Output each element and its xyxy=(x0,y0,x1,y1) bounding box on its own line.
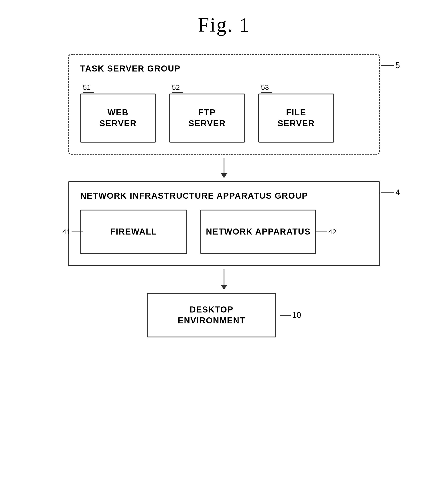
arrow-2 xyxy=(221,285,227,290)
firewall-wrapper: 41 FIREWALL xyxy=(80,210,187,254)
network-apparatus-box: NETWORK APPARATUS xyxy=(200,210,316,254)
task-group-ref-container: 5 xyxy=(381,61,400,70)
web-server-box: WEBSERVER xyxy=(80,94,156,142)
infra-group-ref-container: 4 xyxy=(381,188,400,197)
network-infra-label: NETWORK INFRASTRUCTURE APPARATUS GROUP xyxy=(80,191,368,201)
arrow-1 xyxy=(221,173,227,178)
network-apparatus-wrapper: NETWORK APPARATUS 42 xyxy=(200,210,316,254)
network-apparatus-ref-container: 42 xyxy=(316,228,336,236)
task-server-section: TASK SERVER GROUP 51 WEBSERVER xyxy=(46,54,402,155)
file-server-box: FILESERVER xyxy=(258,94,334,142)
network-infra-group: NETWORK INFRASTRUCTURE APPARATUS GROUP 4… xyxy=(68,181,380,266)
ftp-server-label: FTPSERVER xyxy=(188,107,226,129)
web-server-wrapper: 51 WEBSERVER xyxy=(80,94,156,142)
figure-title: Fig. 1 xyxy=(198,13,250,36)
network-apparatus-ref-line xyxy=(316,232,327,232)
infra-group-ref-number: 4 xyxy=(396,188,400,197)
file-server-wrapper: 53 FILESERVER xyxy=(258,94,334,142)
infra-boxes-row: 41 FIREWALL NETWORK APPARATUS xyxy=(80,210,368,254)
network-apparatus-label: NETWORK APPARATUS xyxy=(206,226,311,237)
ftp-server-wrapper: 52 FTPSERVER xyxy=(169,94,245,142)
firewall-ref-number: 41 xyxy=(62,228,70,236)
connector-line-1 xyxy=(224,158,224,173)
task-server-label: TASK SERVER GROUP xyxy=(80,64,368,73)
task-group-ref-number: 5 xyxy=(396,61,400,70)
file-server-label: FILESERVER xyxy=(277,107,315,129)
web-server-ref-container: 51 xyxy=(83,83,94,93)
desktop-label: DESKTOPENVIRONMENT xyxy=(178,304,245,326)
desktop-box: DESKTOPENVIRONMENT xyxy=(147,293,276,337)
infra-group-ref-tick xyxy=(381,192,394,193)
connector-2 xyxy=(221,266,227,293)
servers-row: 51 WEBSERVER 52 xyxy=(80,82,368,142)
ftp-server-ref-container: 52 xyxy=(172,83,183,93)
file-server-ref-number: 53 xyxy=(261,83,269,92)
ftp-server-box: FTPSERVER xyxy=(169,94,245,142)
desktop-ref-container: 10 xyxy=(280,310,301,320)
task-server-group: TASK SERVER GROUP 51 WEBSERVER xyxy=(68,54,380,155)
desktop-ref-line xyxy=(280,315,291,315)
connector-1 xyxy=(221,155,227,181)
network-infra-group-wrapper: NETWORK INFRASTRUCTURE APPARATUS GROUP 4… xyxy=(68,181,380,266)
ftp-server-ref-line xyxy=(172,92,183,93)
file-server-ref-line xyxy=(261,92,272,93)
network-apparatus-ref-number: 42 xyxy=(328,228,336,236)
task-group-ref-tick xyxy=(381,65,394,66)
task-server-group-wrapper: TASK SERVER GROUP 51 WEBSERVER xyxy=(68,54,380,155)
web-server-ref-line xyxy=(83,92,94,93)
firewall-ref-container: 41 xyxy=(62,228,83,236)
web-server-ref-number: 51 xyxy=(83,83,91,92)
ftp-server-ref-number: 52 xyxy=(172,83,180,92)
network-infra-section: NETWORK INFRASTRUCTURE APPARATUS GROUP 4… xyxy=(46,181,402,266)
firewall-box: FIREWALL xyxy=(80,210,187,254)
diagram-container: Fig. 1 TASK SERVER GROUP 51 WEBSERVER xyxy=(46,13,402,337)
desktop-section: DESKTOPENVIRONMENT 10 xyxy=(147,293,301,337)
web-server-label: WEBSERVER xyxy=(99,107,137,129)
file-server-ref-container: 53 xyxy=(261,83,272,93)
desktop-ref-number: 10 xyxy=(292,310,301,320)
firewall-label: FIREWALL xyxy=(110,226,157,237)
connector-line-2 xyxy=(224,269,224,285)
